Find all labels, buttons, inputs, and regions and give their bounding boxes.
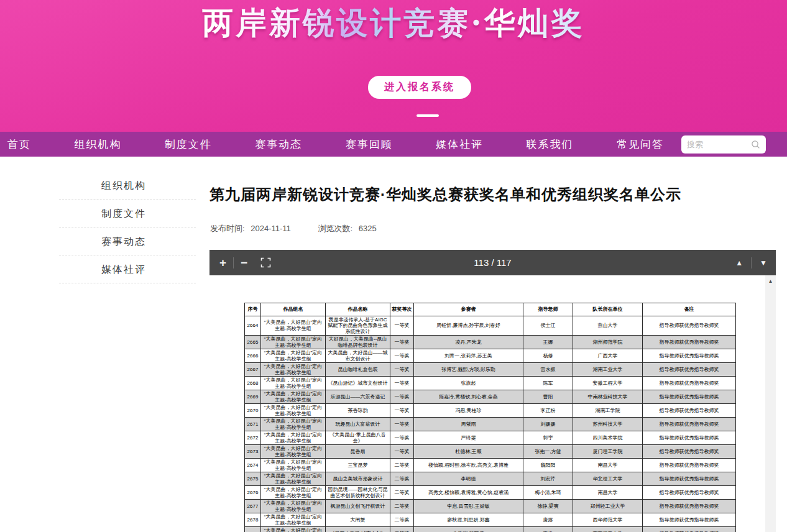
sidebar-item-1[interactable]: 组织机构 bbox=[59, 172, 196, 200]
search-input[interactable] bbox=[687, 140, 751, 149]
table-cell: 周紫雨 bbox=[414, 418, 523, 431]
table-cell: “大美昆曲，大好昆山”定向主题-高校学生组 bbox=[261, 349, 326, 363]
table-cell: “大美昆曲，大好昆山”定向主题-高校学生组 bbox=[261, 445, 326, 459]
table-row: 2666“大美昆曲，大好昆山”定向主题-高校学生组大美昆曲，大好昆山——城市文创… bbox=[245, 349, 736, 363]
table-cell: 凌丹,严朱龙 bbox=[414, 336, 523, 349]
table-cell: 曹阳 bbox=[523, 390, 573, 404]
table-cell: 2668 bbox=[245, 377, 261, 390]
table-cell: 刘媛媛 bbox=[523, 418, 573, 431]
table-cell: 西安理工大学 bbox=[573, 527, 643, 532]
table-cell: 二等奖 bbox=[390, 500, 414, 513]
table-cell: 张抱一,方健 bbox=[523, 445, 573, 459]
nav-item-3[interactable]: 制度文件 bbox=[165, 137, 212, 152]
fullscreen-icon[interactable] bbox=[260, 257, 271, 268]
hero-banner: 两岸新锐设计竞赛·华灿奖 进入报名系统 bbox=[0, 0, 787, 132]
table-cell: 郑州轻工业大学 bbox=[573, 500, 643, 513]
search-icon[interactable] bbox=[751, 140, 760, 149]
table-cell: 湖州师范学院 bbox=[573, 336, 643, 349]
table-row: 2677“大美昆曲，大好昆山”定向主题-高校学生组枫游昆山文创飞行棋设计二等奖李… bbox=[245, 500, 736, 513]
nav-item-2[interactable]: 组织机构 bbox=[74, 137, 121, 152]
table-cell: 湖南工业大学 bbox=[573, 363, 643, 377]
table-cell: 2667 bbox=[245, 363, 261, 377]
table-cell: “大美昆曲，大好昆山”定向主题-高校学生组 bbox=[261, 486, 326, 500]
table-row: 2668“大美昆曲，大好昆山”定向主题-高校学生组《昆山游记》城市文创设计一等奖… bbox=[245, 377, 736, 390]
table-cell: 枫游昆山文创飞行棋设计 bbox=[326, 500, 390, 513]
nav-item-8[interactable]: 常见问答 bbox=[617, 137, 664, 152]
table-cell: 一等奖 bbox=[390, 445, 414, 459]
table-cell: “大美昆曲，大好昆山”定向主题-高校学生组 bbox=[261, 513, 326, 527]
table-cell: 二等奖 bbox=[390, 486, 414, 500]
nav-item-7[interactable]: 联系我们 bbox=[527, 137, 574, 152]
table-cell: 我是非遗传承人-基于AIGC赋能下的昆曲角色形象生成系统性设计 bbox=[326, 316, 390, 336]
table-cell: 指导教师获优秀指导教师奖 bbox=[643, 445, 736, 459]
table-cell: 李明德 bbox=[414, 472, 523, 486]
table-cell: 2669 bbox=[245, 390, 261, 404]
next-page-icon[interactable]: ▼ bbox=[760, 259, 767, 267]
table-cell: 冯思,黄桂珍 bbox=[414, 404, 523, 418]
pdf-scrollbar[interactable]: ▲ bbox=[765, 275, 776, 532]
sidebar-item-4[interactable]: 媒体社评 bbox=[59, 255, 196, 283]
main-nav: 首页组织机构制度文件赛事动态赛事回顾媒体社评联系我们常见问答 bbox=[0, 132, 787, 157]
table-cell: 指导教师获优秀指导教师奖 bbox=[643, 418, 736, 431]
enter-registration-button[interactable]: 进入报名系统 bbox=[368, 76, 471, 99]
pdf-viewer: + − 113 / 117 ▲ ▼ bbox=[209, 250, 776, 532]
table-cell: 茶香琼韵 bbox=[326, 404, 390, 418]
table-cell: 2676 bbox=[245, 486, 261, 500]
nav-item-5[interactable]: 赛事回顾 bbox=[346, 137, 393, 152]
table-cell: 王娜 bbox=[523, 336, 573, 349]
table-row: 2674“大美昆曲，大好昆山”定向主题-高校学生组三宝昆梦二等奖楼怡颖,程时熙,… bbox=[245, 459, 736, 472]
article-meta: 发布时间: 2024-11-11 浏览次数: 6325 bbox=[210, 223, 380, 234]
table-cell: 2670 bbox=[245, 404, 261, 418]
table-cell: 《大美昆山·掌上昆曲八音盒》 bbox=[326, 431, 390, 445]
table-cell: 广西大学 bbox=[573, 349, 643, 363]
column-header: 备注 bbox=[643, 303, 736, 316]
table-cell: 杨修 bbox=[523, 349, 573, 363]
publish-time-label: 发布时间: bbox=[210, 224, 245, 233]
carousel-indicator[interactable] bbox=[417, 114, 439, 117]
table-row: 2670“大美昆曲，大好昆山”定向主题-高校学生组茶香琼韵一等奖冯思,黄桂珍李正… bbox=[245, 404, 736, 418]
table-cell: 一等奖 bbox=[390, 390, 414, 404]
column-header: 参赛者 bbox=[414, 303, 523, 316]
table-cell: 中南林业科技大学 bbox=[573, 390, 643, 404]
toolbar-divider bbox=[751, 257, 752, 268]
page: 两岸新锐设计竞赛·华灿奖 进入报名系统 首页组织机构制度文件赛事动态赛事回顾媒体… bbox=[0, 0, 787, 532]
zoom-out-button[interactable]: − bbox=[241, 257, 247, 268]
table-cell: 2664 bbox=[245, 316, 261, 336]
search-box[interactable] bbox=[681, 135, 766, 154]
publish-time-value: 2024-11-11 bbox=[251, 224, 291, 233]
scroll-up-icon[interactable]: ▲ bbox=[765, 275, 776, 284]
table-cell: 指导教师获优秀指导教师奖 bbox=[643, 377, 736, 390]
table-cell: 刘菁一,张莉萍,苏王美 bbox=[414, 349, 523, 363]
column-header: 作品组名 bbox=[261, 303, 326, 316]
nav-item-4[interactable]: 赛事动态 bbox=[255, 137, 302, 152]
table-cell: 乐游昆山——六景奇遇记 bbox=[326, 390, 390, 404]
table-cell: 燕山大学 bbox=[573, 316, 643, 336]
nav-item-6[interactable]: 媒体社评 bbox=[436, 137, 483, 152]
table-cell: 指导教师获优秀指导教师奖 bbox=[643, 404, 736, 418]
table-cell: 李正粉 bbox=[523, 404, 573, 418]
table-cell: 郭宇 bbox=[523, 431, 573, 445]
table-cell: 西华师范大学 bbox=[573, 513, 643, 527]
table-cell: 南昌大学 bbox=[573, 459, 643, 472]
table-cell: 唐露 bbox=[523, 513, 573, 527]
sidebar-item-2[interactable]: 制度文件 bbox=[59, 200, 196, 227]
previous-page-icon[interactable]: ▲ bbox=[735, 259, 743, 267]
table-cell: 2666 bbox=[245, 349, 261, 363]
sidebar-item-3[interactable]: 赛事动态 bbox=[59, 227, 196, 255]
table-cell: 昆山咖啡礼盒包装 bbox=[326, 363, 390, 377]
table-cell: 昆香扇 bbox=[326, 445, 390, 459]
column-header: 指导老师 bbox=[523, 303, 573, 316]
zoom-in-button[interactable]: + bbox=[219, 257, 226, 268]
table-cell: 《昆梦水云间·城市文创》 bbox=[326, 527, 390, 532]
table-cell: 一等奖 bbox=[390, 363, 414, 377]
table-cell: “大美昆曲，大好昆山”定向主题-高校学生组 bbox=[261, 431, 326, 445]
table-cell: 2673 bbox=[245, 445, 261, 459]
table-cell: 2679 bbox=[245, 527, 261, 532]
table-cell: 一等奖 bbox=[390, 377, 414, 390]
nav-item-1[interactable]: 首页 bbox=[7, 137, 31, 152]
pdf-toolbar: + − 113 / 117 ▲ ▼ bbox=[209, 250, 776, 275]
table-cell: 严绮雯 bbox=[414, 431, 523, 445]
table-cell: 《昆山游记》城市文创设计 bbox=[326, 377, 390, 390]
table-cell: 园韵昆境——园林文化与昆曲艺术创新纹样文创设计 bbox=[326, 486, 390, 500]
article-title: 第九届两岸新锐设计竞赛·华灿奖总赛获奖名单和优秀组织奖名单公示 bbox=[209, 185, 763, 204]
